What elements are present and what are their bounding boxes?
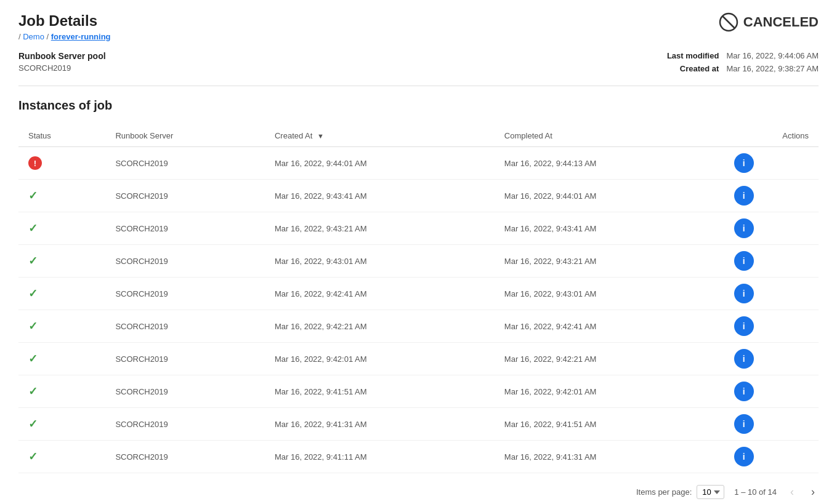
row-actions: i [724, 375, 819, 408]
table-row: ✓SCORCH2019Mar 16, 2022, 9:41:51 AMMar 1… [18, 375, 819, 408]
success-icon: ✓ [28, 255, 38, 267]
last-modified-value: Mar 16, 2022, 9:44:06 AM [726, 51, 819, 60]
row-actions: i [724, 245, 819, 278]
row-status: ✓ [18, 441, 105, 473]
col-runbook-server: Runbook Server [105, 125, 265, 147]
row-actions: i [724, 278, 819, 310]
items-per-page-select[interactable]: 5102050 [697, 485, 724, 499]
created-at-row: Created at Mar 16, 2022, 9:38:27 AM [651, 64, 819, 73]
table-row: ✓SCORCH2019Mar 16, 2022, 9:41:11 AMMar 1… [18, 441, 819, 473]
row-completed-at: Mar 16, 2022, 9:43:41 AM [495, 212, 724, 245]
row-created-at: Mar 16, 2022, 9:41:51 AM [265, 375, 495, 408]
created-at-value: Mar 16, 2022, 9:38:27 AM [726, 64, 819, 73]
row-status: ✓ [18, 375, 105, 408]
breadcrumb-demo[interactable]: Demo [23, 32, 44, 41]
row-runbook-server: SCORCH2019 [105, 343, 265, 375]
table-row: ✓SCORCH2019Mar 16, 2022, 9:43:01 AMMar 1… [18, 245, 819, 278]
timestamps-section: Last modified Mar 16, 2022, 9:44:06 AM C… [651, 51, 819, 73]
row-runbook-server: SCORCH2019 [105, 212, 265, 245]
row-created-at: Mar 16, 2022, 9:41:11 AM [265, 441, 495, 473]
row-completed-at: Mar 16, 2022, 9:41:51 AM [495, 408, 724, 441]
status-text: CANCELED [743, 14, 819, 30]
row-actions: i [724, 180, 819, 212]
row-status: ✓ [18, 278, 105, 310]
info-button[interactable]: i [734, 153, 754, 173]
row-runbook-server: SCORCH2019 [105, 310, 265, 343]
success-icon: ✓ [28, 287, 38, 300]
info-button[interactable]: i [734, 251, 754, 271]
error-icon: ! [28, 156, 42, 170]
row-status: ✓ [18, 212, 105, 245]
row-actions: i [724, 310, 819, 343]
success-icon: ✓ [28, 385, 38, 398]
table-row: ✓SCORCH2019Mar 16, 2022, 9:42:21 AMMar 1… [18, 310, 819, 343]
info-button[interactable]: i [734, 316, 754, 336]
col-created-at[interactable]: Created At ▼ [265, 125, 495, 147]
row-runbook-server: SCORCH2019 [105, 408, 265, 441]
row-runbook-server: SCORCH2019 [105, 278, 265, 310]
row-completed-at: Mar 16, 2022, 9:41:31 AM [495, 441, 724, 473]
info-button[interactable]: i [734, 284, 754, 303]
row-status: ✓ [18, 310, 105, 343]
pagination-range: 1 – 10 of 14 [734, 487, 777, 497]
success-icon: ✓ [28, 222, 38, 234]
row-created-at: Mar 16, 2022, 9:41:31 AM [265, 408, 495, 441]
table-row: ✓SCORCH2019Mar 16, 2022, 9:43:21 AMMar 1… [18, 212, 819, 245]
row-actions: i [724, 343, 819, 375]
pagination-next-button[interactable]: › [807, 483, 819, 501]
instances-table-container: Status Runbook Server Created At ▼ Compl… [18, 125, 819, 473]
server-pool-label: Runbook Server pool [18, 51, 106, 61]
row-actions: i [724, 408, 819, 441]
success-icon: ✓ [28, 450, 38, 463]
page-title: Job Details [18, 12, 111, 30]
sort-arrow-icon: ▼ [317, 132, 324, 140]
success-icon: ✓ [28, 190, 38, 202]
row-created-at: Mar 16, 2022, 9:43:21 AM [265, 212, 495, 245]
pagination: Items per page: 5102050 1 – 10 of 14 ‹ › [18, 473, 819, 504]
info-button[interactable]: i [734, 349, 754, 369]
info-button[interactable]: i [734, 414, 754, 434]
success-icon: ✓ [28, 418, 38, 430]
row-runbook-server: SCORCH2019 [105, 441, 265, 473]
cancel-icon [719, 12, 738, 32]
status-badge: CANCELED [719, 12, 819, 32]
row-created-at: Mar 16, 2022, 9:43:01 AM [265, 245, 495, 278]
instances-title: Instances of job [18, 98, 819, 113]
row-runbook-server: SCORCH2019 [105, 245, 265, 278]
row-created-at: Mar 16, 2022, 9:42:21 AM [265, 310, 495, 343]
row-actions: i [724, 441, 819, 473]
row-created-at: Mar 16, 2022, 9:43:41 AM [265, 180, 495, 212]
table-row: ✓SCORCH2019Mar 16, 2022, 9:42:01 AMMar 1… [18, 343, 819, 375]
items-per-page-section: Items per page: 5102050 [636, 485, 724, 499]
row-actions: i [724, 147, 819, 180]
row-status: ✓ [18, 180, 105, 212]
breadcrumb-forever-running[interactable]: forever-running [51, 32, 111, 41]
row-runbook-server: SCORCH2019 [105, 375, 265, 408]
table-row: ✓SCORCH2019Mar 16, 2022, 9:42:41 AMMar 1… [18, 278, 819, 310]
row-completed-at: Mar 16, 2022, 9:44:13 AM [495, 147, 724, 180]
job-details-header: Job Details / Demo / forever-running CAN… [18, 12, 819, 86]
row-completed-at: Mar 16, 2022, 9:44:01 AM [495, 180, 724, 212]
row-completed-at: Mar 16, 2022, 9:42:21 AM [495, 343, 724, 375]
pagination-prev-button[interactable]: ‹ [786, 483, 798, 501]
table-row: ✓SCORCH2019Mar 16, 2022, 9:43:41 AMMar 1… [18, 180, 819, 212]
row-status: ✓ [18, 343, 105, 375]
row-created-at: Mar 16, 2022, 9:42:01 AM [265, 343, 495, 375]
svg-line-1 [722, 16, 735, 28]
row-completed-at: Mar 16, 2022, 9:42:01 AM [495, 375, 724, 408]
info-button[interactable]: i [734, 218, 754, 238]
server-pool-value: SCORCH2019 [18, 63, 106, 73]
col-actions: Actions [724, 125, 819, 147]
row-completed-at: Mar 16, 2022, 9:43:01 AM [495, 278, 724, 310]
instances-table: Status Runbook Server Created At ▼ Compl… [18, 125, 819, 473]
col-status: Status [18, 125, 105, 147]
info-button[interactable]: i [734, 186, 754, 206]
server-pool-section: Runbook Server pool SCORCH2019 [18, 51, 106, 73]
row-runbook-server: SCORCH2019 [105, 147, 265, 180]
info-button[interactable]: i [734, 447, 754, 466]
col-completed-at: Completed At [495, 125, 724, 147]
row-created-at: Mar 16, 2022, 9:42:41 AM [265, 278, 495, 310]
info-button[interactable]: i [734, 382, 754, 401]
row-completed-at: Mar 16, 2022, 9:43:21 AM [495, 245, 724, 278]
table-row: ✓SCORCH2019Mar 16, 2022, 9:41:31 AMMar 1… [18, 408, 819, 441]
